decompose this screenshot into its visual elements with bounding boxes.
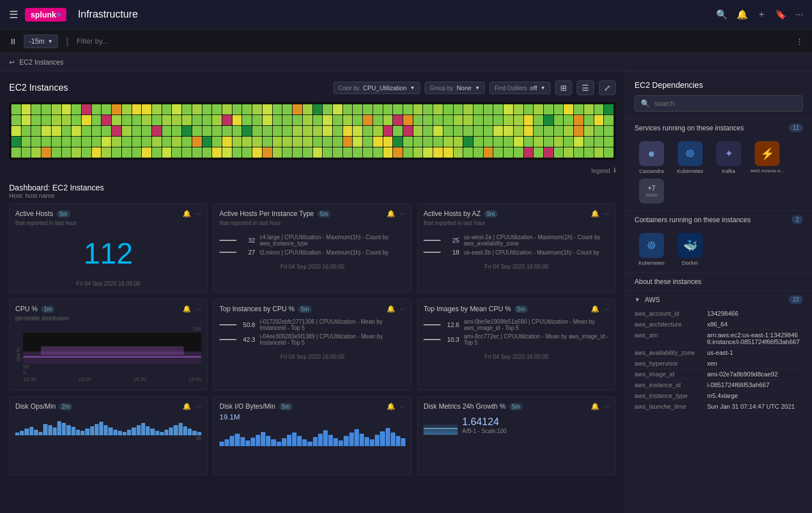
heatmap-cell[interactable] <box>443 115 453 125</box>
heatmap-cell[interactable] <box>524 137 534 147</box>
heatmap-cell[interactable] <box>102 104 111 115</box>
heatmap-cell[interactable] <box>162 137 172 147</box>
heatmap-cell[interactable] <box>142 126 151 136</box>
heatmap-cell[interactable] <box>313 115 323 125</box>
heatmap-cell[interactable] <box>604 147 614 158</box>
heatmap-cell[interactable] <box>263 147 272 158</box>
heatmap-cell[interactable] <box>22 115 31 125</box>
heatmap-cell[interactable] <box>473 126 483 136</box>
heatmap-cell[interactable] <box>333 126 342 136</box>
heatmap-cell[interactable] <box>584 126 594 136</box>
heatmap-cell[interactable] <box>242 115 252 125</box>
heatmap-cell[interactable] <box>62 137 71 147</box>
heatmap-cell[interactable] <box>71 137 81 147</box>
heatmap-cell[interactable] <box>192 126 202 136</box>
hamburger-icon[interactable]: ☰ <box>9 9 18 21</box>
heatmap-cell[interactable] <box>132 126 142 136</box>
heatmap-cell[interactable] <box>313 137 323 147</box>
heatmap-cell[interactable] <box>282 147 292 158</box>
heatmap-cell[interactable] <box>463 147 473 158</box>
heatmap-cell[interactable] <box>152 137 162 147</box>
heatmap-cell[interactable] <box>92 137 102 147</box>
heatmap-cell[interactable] <box>343 115 353 125</box>
heatmap-cell[interactable] <box>454 126 463 136</box>
heatmap-cell[interactable] <box>252 115 262 125</box>
splunk-logo[interactable]: splunk> <box>25 8 66 22</box>
heatmap-cell[interactable] <box>22 126 31 136</box>
heatmap-cell[interactable] <box>102 115 111 125</box>
heatmap-cell[interactable] <box>333 147 342 158</box>
find-outliers-select[interactable]: Find Outliers off ▼ <box>489 82 551 94</box>
heatmap-cell[interactable] <box>82 126 91 136</box>
heatmap-cell[interactable] <box>11 137 21 147</box>
search-input[interactable] <box>654 100 797 108</box>
heatmap-cell[interactable] <box>122 104 132 115</box>
bell-card-icon[interactable]: 🔔 <box>387 210 395 218</box>
heatmap-cell[interactable] <box>594 147 604 158</box>
heatmap-cell[interactable] <box>373 137 383 147</box>
heatmap-cell[interactable] <box>31 104 41 115</box>
heatmap-cell[interactable] <box>604 115 614 125</box>
heatmap-cell[interactable] <box>202 137 212 147</box>
heatmap-cell[interactable] <box>273 104 282 115</box>
heatmap-cell[interactable] <box>393 115 403 125</box>
heatmap-cell[interactable] <box>273 137 282 147</box>
bell-card-icon[interactable]: 🔔 <box>591 402 599 410</box>
heatmap-cell[interactable] <box>142 147 151 158</box>
heatmap-cell[interactable] <box>463 115 473 125</box>
heatmap-cell[interactable] <box>514 115 523 125</box>
heatmap-cell[interactable] <box>484 104 493 115</box>
heatmap-cell[interactable] <box>564 104 573 115</box>
heatmap-cell[interactable] <box>242 104 252 115</box>
heatmap-cell[interactable] <box>152 115 162 125</box>
heatmap-cell[interactable] <box>293 104 302 115</box>
heatmap-cell[interactable] <box>423 104 433 115</box>
heatmap-cell[interactable] <box>313 126 323 136</box>
heatmap-cell[interactable] <box>373 104 383 115</box>
heatmap-cell[interactable] <box>443 104 453 115</box>
filter-more-icon[interactable]: ⋮ <box>796 37 803 45</box>
service-aws-kinesis[interactable]: ⚡ AWS Kinesis A... <box>750 141 784 174</box>
heatmap-cell[interactable] <box>222 115 232 125</box>
heatmap-cell[interactable] <box>71 126 81 136</box>
heatmap-cell[interactable] <box>293 147 302 158</box>
heatmap-cell[interactable] <box>473 104 483 115</box>
more-nav-icon[interactable]: ··· <box>796 10 803 20</box>
heatmap-cell[interactable] <box>564 115 573 125</box>
heatmap-cell[interactable] <box>454 137 463 147</box>
heatmap-cell[interactable] <box>303 147 312 158</box>
heatmap-cell[interactable] <box>443 126 453 136</box>
heatmap-cell[interactable] <box>554 104 564 115</box>
plus-icon[interactable]: ＋ <box>757 9 766 20</box>
heatmap-cell[interactable] <box>544 147 553 158</box>
heatmap-cell[interactable] <box>524 104 534 115</box>
bookmark-icon[interactable]: 🔖 <box>775 9 786 20</box>
heatmap-cell[interactable] <box>413 104 423 115</box>
heatmap-cell[interactable] <box>544 104 553 115</box>
pause-icon[interactable]: ⏸ <box>9 37 17 46</box>
container-docker[interactable]: 🐳 Docker <box>673 233 707 266</box>
heatmap-cell[interactable] <box>232 115 242 125</box>
heatmap-cell[interactable] <box>41 137 51 147</box>
heatmap-cell[interactable] <box>383 147 393 158</box>
heatmap-cell[interactable] <box>353 137 362 147</box>
heatmap-cell[interactable] <box>22 137 31 147</box>
heatmap-cell[interactable] <box>222 126 232 136</box>
heatmap-cell[interactable] <box>454 147 463 158</box>
heatmap-cell[interactable] <box>71 147 81 158</box>
heatmap-cell[interactable] <box>212 137 222 147</box>
heatmap-cell[interactable] <box>363 137 373 147</box>
heatmap-cell[interactable] <box>232 104 242 115</box>
heatmap-cell[interactable] <box>343 104 353 115</box>
more-card-icon[interactable]: ··· <box>400 402 405 410</box>
heatmap-cell[interactable] <box>182 126 192 136</box>
heatmap-cell[interactable] <box>463 137 473 147</box>
heatmap-cell[interactable] <box>544 137 553 147</box>
heatmap-cell[interactable] <box>11 115 21 125</box>
heatmap-cell[interactable] <box>443 137 453 147</box>
heatmap-cell[interactable] <box>182 147 192 158</box>
heatmap-cell[interactable] <box>504 137 513 147</box>
heatmap-cell[interactable] <box>343 126 353 136</box>
heatmap-cell[interactable] <box>493 147 503 158</box>
heatmap-cell[interactable] <box>433 147 443 158</box>
